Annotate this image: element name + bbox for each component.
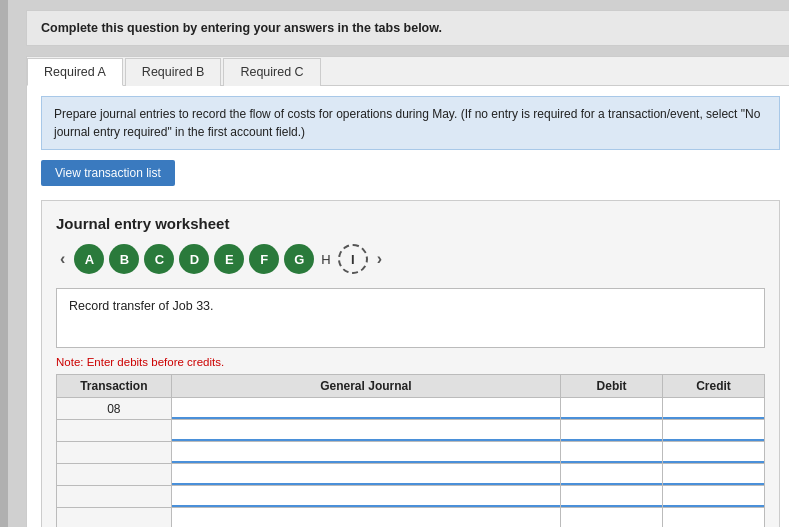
table-row <box>57 464 765 486</box>
general-journal-cell-4[interactable] <box>171 464 560 486</box>
general-journal-input-5[interactable] <box>172 486 560 507</box>
info-box: Prepare journal entries to record the fl… <box>41 96 780 150</box>
credit-input-3[interactable] <box>663 442 764 463</box>
general-journal-cell-2[interactable] <box>171 420 560 442</box>
credit-input-2[interactable] <box>663 420 764 441</box>
debit-cell-4[interactable] <box>561 464 663 486</box>
general-journal-cell-5[interactable] <box>171 486 560 508</box>
nav-label-h: H <box>319 244 332 274</box>
nav-btn-g[interactable]: G <box>284 244 314 274</box>
nav-prev-arrow[interactable]: ‹ <box>56 250 69 268</box>
left-bar <box>0 0 8 527</box>
debit-input-2[interactable] <box>561 420 662 441</box>
table-row <box>57 442 765 464</box>
transaction-cell-2 <box>57 420 172 442</box>
debit-input-3[interactable] <box>561 442 662 463</box>
nav-next-arrow[interactable]: › <box>373 250 386 268</box>
general-journal-cell-3[interactable] <box>171 442 560 464</box>
credit-input-1[interactable] <box>663 398 764 419</box>
nav-btn-d[interactable]: D <box>179 244 209 274</box>
transaction-cell-5 <box>57 486 172 508</box>
credit-cell-1[interactable] <box>663 398 765 420</box>
note-text: Note: Enter debits before credits. <box>56 356 765 368</box>
worksheet-box: Journal entry worksheet ‹ A B C D E F G … <box>41 200 780 527</box>
table-row: 08 <box>57 398 765 420</box>
general-journal-input-2[interactable] <box>172 420 560 441</box>
transaction-cell-3 <box>57 442 172 464</box>
nav-btn-f[interactable]: F <box>249 244 279 274</box>
credit-cell-3[interactable] <box>663 442 765 464</box>
info-text: Prepare journal entries to record the fl… <box>54 107 760 139</box>
table-row <box>57 420 765 442</box>
credit-input-4[interactable] <box>663 464 764 485</box>
general-journal-input-6[interactable] <box>172 508 560 527</box>
col-header-transaction: Transaction <box>57 375 172 398</box>
nav-btn-i[interactable]: I <box>338 244 368 274</box>
general-journal-input-1[interactable] <box>172 398 560 419</box>
credit-cell-5[interactable] <box>663 486 765 508</box>
transaction-cell-4 <box>57 464 172 486</box>
debit-input-4[interactable] <box>561 464 662 485</box>
col-header-credit: Credit <box>663 375 765 398</box>
tab-required-c[interactable]: Required C <box>223 58 320 86</box>
journal-table: Transaction General Journal Debit Credit… <box>56 374 765 527</box>
record-description: Record transfer of Job 33. <box>56 288 765 348</box>
table-row <box>57 486 765 508</box>
table-row <box>57 508 765 528</box>
debit-input-6[interactable] <box>561 508 662 527</box>
general-journal-input-4[interactable] <box>172 464 560 485</box>
credit-cell-2[interactable] <box>663 420 765 442</box>
transaction-cell-1: 08 <box>57 398 172 420</box>
tabs-area: Required A Required B Required C Prepare… <box>26 56 789 527</box>
tab-required-a[interactable]: Required A <box>27 58 123 86</box>
general-journal-input-3[interactable] <box>172 442 560 463</box>
tab-content: Prepare journal entries to record the fl… <box>27 86 789 527</box>
instruction-box: Complete this question by entering your … <box>26 10 789 46</box>
tabs-row: Required A Required B Required C <box>27 57 789 86</box>
debit-cell-5[interactable] <box>561 486 663 508</box>
nav-btn-e[interactable]: E <box>214 244 244 274</box>
debit-cell-1[interactable] <box>561 398 663 420</box>
general-journal-cell-1[interactable] <box>171 398 560 420</box>
debit-cell-3[interactable] <box>561 442 663 464</box>
tab-required-b[interactable]: Required B <box>125 58 222 86</box>
col-header-debit: Debit <box>561 375 663 398</box>
worksheet-title: Journal entry worksheet <box>56 215 765 232</box>
instruction-text: Complete this question by entering your … <box>41 21 442 35</box>
debit-input-5[interactable] <box>561 486 662 507</box>
general-journal-cell-6[interactable] <box>171 508 560 528</box>
nav-row: ‹ A B C D E F G H I › <box>56 244 765 274</box>
view-transaction-button[interactable]: View transaction list <box>41 160 175 186</box>
col-header-general-journal: General Journal <box>171 375 560 398</box>
record-description-text: Record transfer of Job 33. <box>69 299 214 313</box>
credit-input-5[interactable] <box>663 486 764 507</box>
credit-cell-4[interactable] <box>663 464 765 486</box>
credit-cell-6[interactable] <box>663 508 765 528</box>
transaction-cell-6 <box>57 508 172 528</box>
debit-cell-6[interactable] <box>561 508 663 528</box>
debit-cell-2[interactable] <box>561 420 663 442</box>
nav-btn-b[interactable]: B <box>109 244 139 274</box>
debit-input-1[interactable] <box>561 398 662 419</box>
nav-btn-a[interactable]: A <box>74 244 104 274</box>
credit-input-6[interactable] <box>663 508 764 527</box>
nav-btn-c[interactable]: C <box>144 244 174 274</box>
